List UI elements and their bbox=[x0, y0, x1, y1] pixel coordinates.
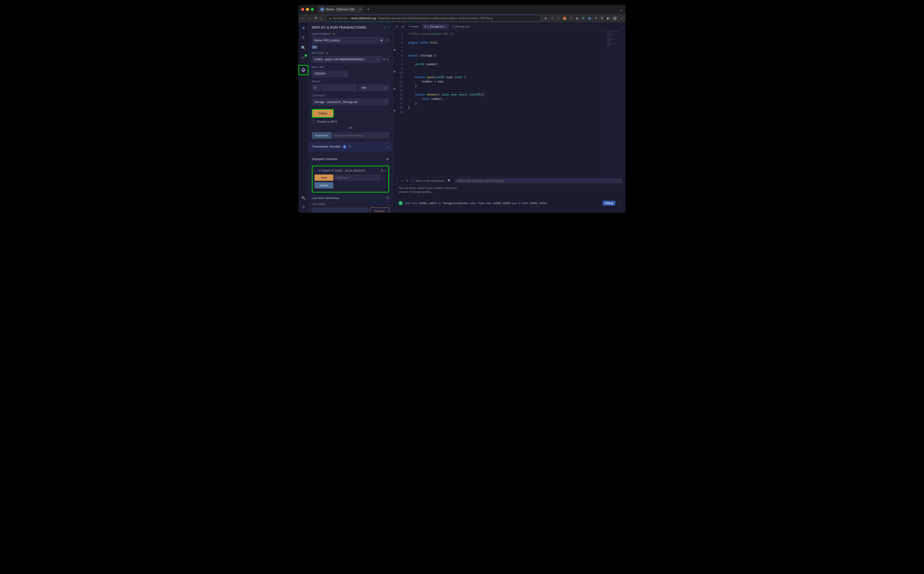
share-icon[interactable]: ⇧ bbox=[550, 16, 554, 20]
store-function-button[interactable]: store bbox=[315, 175, 333, 181]
gas-limit-input[interactable] bbox=[312, 70, 348, 77]
panel-check-icon[interactable]: ✓ bbox=[383, 26, 386, 29]
value-unit-select[interactable]: Wei ⇅ bbox=[359, 84, 389, 91]
value-input[interactable] bbox=[312, 84, 357, 91]
close-window-button[interactable] bbox=[301, 8, 304, 11]
file-explorer-icon[interactable]: 🗎 bbox=[301, 35, 306, 41]
deployed-contracts-header: Deployed Contracts 🗑 bbox=[309, 155, 392, 164]
clear-terminal-icon[interactable]: ⊘ bbox=[401, 179, 403, 182]
transact-button[interactable]: Transact bbox=[370, 207, 389, 213]
window-controls bbox=[301, 8, 314, 11]
breakpoint-icon[interactable] bbox=[394, 71, 395, 73]
trash-icon[interactable]: 🗑 bbox=[386, 158, 389, 161]
environment-select[interactable]: Remix VM (London) bbox=[312, 37, 385, 44]
transaction-log-row[interactable]: ✓ [vm] from: 0x5B3...eddC4 to: Storage.(… bbox=[393, 198, 626, 208]
deploy-run-icon[interactable] bbox=[301, 67, 306, 73]
settings-icon[interactable]: ⚙ bbox=[301, 204, 306, 210]
extension-edit-icon[interactable]: ✎ bbox=[569, 16, 573, 20]
tabs-dropdown-icon[interactable]: ⌄ bbox=[620, 7, 623, 12]
extension-4-icon[interactable]: ❋ bbox=[581, 16, 585, 20]
terminal-search-icon[interactable]: 🔍 bbox=[447, 179, 451, 182]
tab-json[interactable]: {} Storage.json bbox=[450, 24, 472, 29]
transactions-recorded-row[interactable]: Transactions recorded 1 ⓘ › bbox=[309, 142, 392, 151]
listen-checkbox[interactable] bbox=[411, 179, 414, 182]
contract-label: CONTRACT bbox=[312, 95, 389, 97]
editor-tabs: ⊖ ⊕ ◈ Home § 1_Storage.sol × {} Storage.… bbox=[393, 23, 626, 30]
env-info-icon[interactable]: ⓘ bbox=[386, 38, 389, 43]
at-address-input[interactable] bbox=[331, 132, 389, 139]
edit-account-icon[interactable]: ✎ bbox=[386, 58, 389, 62]
lowlevel-info-icon[interactable]: ⓘ bbox=[386, 196, 389, 200]
extension-metamask-icon[interactable]: 🦊 bbox=[563, 16, 567, 20]
terminal-output[interactable]: Type the library name to see available c… bbox=[393, 184, 626, 198]
contract-select[interactable]: Storage - contracts/1_Storage.sol ⇅ bbox=[312, 98, 389, 106]
chevron-right-icon: › bbox=[388, 145, 389, 148]
new-tab-button[interactable]: + bbox=[367, 7, 369, 11]
breakpoint-icon[interactable] bbox=[394, 110, 395, 112]
home-button[interactable]: ⌂ bbox=[320, 16, 323, 20]
close-instance-icon[interactable]: × bbox=[385, 169, 386, 172]
store-function-input[interactable] bbox=[333, 175, 381, 181]
code-content[interactable]: // SPDX-License-Identifier: GPL-3.0 prag… bbox=[406, 30, 606, 177]
value-label: VALUE bbox=[312, 80, 389, 83]
reload-button[interactable]: ⟳ bbox=[314, 16, 317, 20]
expand-store-icon[interactable]: ⌄ bbox=[381, 175, 386, 181]
publish-ipfs-checkbox[interactable] bbox=[312, 120, 315, 123]
reading-list-icon[interactable]: ☰ bbox=[600, 16, 604, 20]
panel-title: DEPLOY & RUN TRANSACTIONS bbox=[312, 25, 366, 29]
browser-tab[interactable]: Remix - Ethereum IDE × bbox=[318, 6, 364, 13]
account-select[interactable]: 0x5B3...eddC4 (99.9999999999998811 ⇅ bbox=[312, 56, 381, 63]
copy-account-icon[interactable]: ⧉ bbox=[383, 58, 385, 62]
close-tab-icon[interactable]: × bbox=[445, 25, 446, 28]
extensions-puzzle-icon[interactable]: ✦ bbox=[594, 16, 598, 20]
profile-avatar-icon[interactable]: ☺ bbox=[612, 16, 617, 20]
line-gutter: 12345678910111213141516171819 bbox=[393, 30, 406, 177]
zoom-out-icon[interactable]: ⊖ bbox=[395, 25, 400, 28]
minimize-window-button[interactable] bbox=[306, 8, 309, 11]
tab-title: Remix - Ethereum IDE bbox=[326, 8, 355, 11]
back-button[interactable]: ← bbox=[301, 16, 305, 20]
panel-chevron-icon[interactable]: › bbox=[388, 26, 389, 29]
side-panel-icon[interactable]: ◧ bbox=[606, 16, 610, 20]
maximize-window-button[interactable] bbox=[311, 8, 314, 11]
collapse-terminal-icon[interactable]: ⌄ bbox=[395, 179, 398, 182]
forward-button[interactable]: → bbox=[307, 16, 312, 20]
deploy-button[interactable]: Deploy bbox=[313, 110, 333, 117]
copy-instance-icon[interactable]: ⧉ bbox=[381, 169, 383, 172]
icon-rail: ◈ 🗎 🔍 ⟳ 🔌 ⚙ bbox=[298, 23, 309, 213]
plugin-manager-icon[interactable]: 🔌 bbox=[301, 195, 306, 201]
extension-5-icon[interactable]: ▦ bbox=[588, 16, 592, 20]
zoom-icon[interactable]: ⊕ bbox=[544, 16, 548, 20]
tab-storage[interactable]: § 1_Storage.sol × bbox=[422, 24, 449, 29]
gas-limit-label: GAS LIMIT bbox=[312, 66, 389, 69]
address-bar[interactable]: ▲ Not Secure | remix.ethereum.org/#optim… bbox=[326, 15, 541, 22]
breakpoint-icon[interactable] bbox=[394, 88, 395, 90]
tx-count-badge: 1 bbox=[343, 145, 346, 149]
code-editor[interactable]: 12345678910111213141516171819 // SPDX-Li… bbox=[393, 30, 626, 177]
tx-info-icon[interactable]: ⓘ bbox=[348, 145, 351, 148]
publish-ipfs-label: Publish to IPFS bbox=[317, 120, 337, 123]
search-icon[interactable]: 🔍 bbox=[301, 45, 306, 50]
at-address-button[interactable]: At Address bbox=[312, 132, 331, 139]
expand-tx-icon[interactable]: ⌄ bbox=[618, 202, 620, 205]
expand-editor-icon[interactable]: ↔ bbox=[621, 25, 624, 28]
plug-icon: 🔌 bbox=[332, 33, 335, 35]
browser-menu-icon[interactable]: ⋮ bbox=[619, 16, 623, 20]
debug-button[interactable]: Debug bbox=[603, 201, 615, 205]
calldata-input[interactable] bbox=[312, 207, 368, 213]
zoom-in-icon[interactable]: ⊕ bbox=[400, 25, 405, 28]
terminal-search-input[interactable] bbox=[454, 178, 623, 183]
close-tab-icon[interactable]: × bbox=[359, 8, 361, 11]
minimap[interactable] bbox=[606, 30, 626, 177]
extension-3-icon[interactable]: ◆ bbox=[575, 16, 579, 20]
bookmark-icon[interactable]: ☆ bbox=[556, 16, 560, 20]
collapse-icon[interactable]: ⌄ bbox=[315, 169, 316, 172]
add-account-icon[interactable]: ⊕ bbox=[326, 52, 328, 54]
caret-icon: ⇅ bbox=[385, 87, 387, 89]
retrieve-function-button[interactable]: retrieve bbox=[315, 182, 333, 188]
remix-logo-icon[interactable]: ◈ bbox=[301, 25, 306, 30]
tab-home[interactable]: ◈ Home bbox=[406, 23, 421, 29]
terminal-prompt[interactable]: > bbox=[393, 208, 626, 213]
breakpoint-icon[interactable] bbox=[394, 49, 395, 51]
home-icon: ◈ bbox=[409, 25, 411, 28]
